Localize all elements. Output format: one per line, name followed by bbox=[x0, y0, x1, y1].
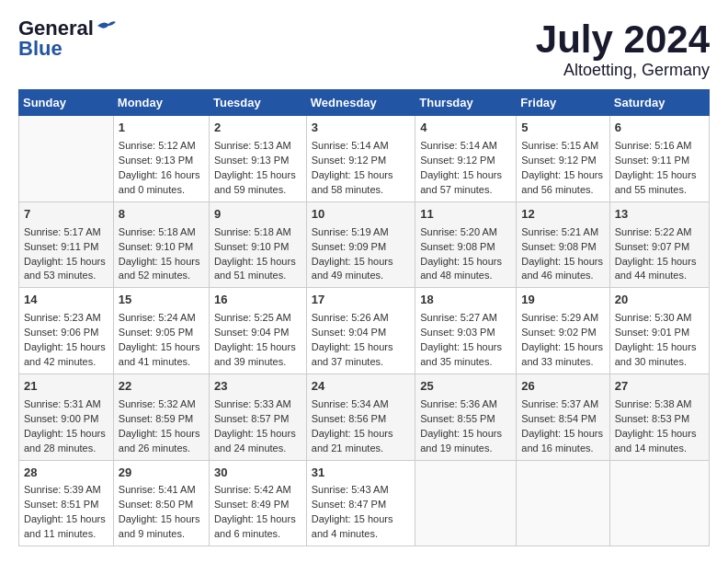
calendar-cell: 26Sunrise: 5:37 AMSunset: 8:54 PMDayligh… bbox=[517, 373, 609, 460]
calendar-cell: 29Sunrise: 5:41 AMSunset: 8:50 PMDayligh… bbox=[113, 460, 209, 546]
day-number: 29 bbox=[119, 465, 204, 482]
calendar-cell: 20Sunrise: 5:30 AMSunset: 9:01 PMDayligh… bbox=[609, 288, 709, 374]
calendar-cell: 19Sunrise: 5:29 AMSunset: 9:02 PMDayligh… bbox=[517, 288, 609, 374]
month-title: July 2024 bbox=[536, 18, 710, 61]
day-number: 31 bbox=[312, 465, 410, 482]
sunset-text: Sunset: 8:59 PM bbox=[119, 412, 204, 427]
header-monday: Monday bbox=[113, 90, 209, 116]
sunrise-text: Sunrise: 5:36 AM bbox=[420, 397, 511, 412]
calendar-cell: 25Sunrise: 5:36 AMSunset: 8:55 PMDayligh… bbox=[415, 373, 517, 460]
daylight-text: Daylight: 15 hours and 42 minutes. bbox=[24, 340, 108, 370]
daylight-text: Daylight: 15 hours and 55 minutes. bbox=[615, 168, 704, 198]
logo-bird-icon bbox=[96, 18, 116, 35]
sunrise-text: Sunrise: 5:19 AM bbox=[312, 225, 410, 240]
day-number: 30 bbox=[214, 465, 301, 482]
daylight-text: Daylight: 15 hours and 28 minutes. bbox=[24, 427, 108, 456]
logo: General Blue bbox=[18, 18, 116, 59]
sunrise-text: Sunrise: 5:13 AM bbox=[214, 139, 301, 154]
sunrise-text: Sunrise: 5:41 AM bbox=[119, 483, 204, 498]
calendar-cell: 3Sunrise: 5:14 AMSunset: 9:12 PMDaylight… bbox=[306, 116, 415, 202]
daylight-text: Daylight: 15 hours and 57 minutes. bbox=[420, 168, 511, 198]
day-number: 28 bbox=[24, 465, 108, 482]
day-number: 27 bbox=[615, 378, 704, 396]
daylight-text: Daylight: 15 hours and 4 minutes. bbox=[312, 512, 410, 542]
sunrise-text: Sunrise: 5:26 AM bbox=[312, 311, 410, 326]
calendar-cell: 10Sunrise: 5:19 AMSunset: 9:09 PMDayligh… bbox=[306, 201, 415, 288]
sunset-text: Sunset: 9:10 PM bbox=[119, 240, 204, 255]
calendar-cell bbox=[609, 460, 709, 546]
daylight-text: Daylight: 15 hours and 24 minutes. bbox=[214, 427, 301, 456]
sunset-text: Sunset: 8:57 PM bbox=[214, 412, 301, 427]
daylight-text: Daylight: 15 hours and 14 minutes. bbox=[615, 427, 704, 456]
calendar-cell: 17Sunrise: 5:26 AMSunset: 9:04 PMDayligh… bbox=[306, 288, 415, 374]
sunset-text: Sunset: 9:04 PM bbox=[214, 326, 301, 340]
calendar-week-row: 14Sunrise: 5:23 AMSunset: 9:06 PMDayligh… bbox=[19, 288, 710, 374]
calendar-cell: 8Sunrise: 5:18 AMSunset: 9:10 PMDaylight… bbox=[113, 201, 209, 288]
day-number: 15 bbox=[119, 292, 204, 309]
day-number: 19 bbox=[521, 292, 604, 309]
daylight-text: Daylight: 15 hours and 16 minutes. bbox=[521, 427, 604, 456]
day-number: 22 bbox=[119, 378, 204, 396]
day-number: 18 bbox=[420, 292, 511, 309]
calendar-cell: 11Sunrise: 5:20 AMSunset: 9:08 PMDayligh… bbox=[415, 201, 517, 288]
day-number: 8 bbox=[119, 206, 204, 224]
sunrise-text: Sunrise: 5:14 AM bbox=[420, 139, 511, 154]
daylight-text: Daylight: 16 hours and 0 minutes. bbox=[119, 168, 204, 198]
daylight-text: Daylight: 15 hours and 11 minutes. bbox=[24, 512, 108, 542]
day-number: 23 bbox=[214, 378, 301, 396]
sunset-text: Sunset: 8:51 PM bbox=[24, 498, 108, 512]
sunset-text: Sunset: 9:05 PM bbox=[119, 326, 204, 340]
daylight-text: Daylight: 15 hours and 56 minutes. bbox=[521, 168, 604, 198]
sunset-text: Sunset: 9:03 PM bbox=[420, 326, 511, 340]
sunset-text: Sunset: 9:11 PM bbox=[615, 154, 704, 168]
sunset-text: Sunset: 9:08 PM bbox=[521, 240, 604, 255]
sunrise-text: Sunrise: 5:34 AM bbox=[312, 397, 410, 412]
day-number: 3 bbox=[312, 120, 410, 137]
day-number: 4 bbox=[420, 120, 511, 137]
sunrise-text: Sunrise: 5:25 AM bbox=[214, 311, 301, 326]
day-number: 9 bbox=[214, 206, 301, 224]
day-number: 12 bbox=[521, 206, 604, 224]
sunrise-text: Sunrise: 5:22 AM bbox=[615, 225, 704, 240]
title-block: July 2024 Altoetting, Germany bbox=[536, 18, 710, 80]
sunrise-text: Sunrise: 5:16 AM bbox=[615, 139, 704, 154]
calendar-cell: 2Sunrise: 5:13 AMSunset: 9:13 PMDaylight… bbox=[209, 116, 306, 202]
sunset-text: Sunset: 9:13 PM bbox=[214, 154, 301, 168]
calendar-week-row: 28Sunrise: 5:39 AMSunset: 8:51 PMDayligh… bbox=[19, 460, 710, 546]
daylight-text: Daylight: 15 hours and 52 minutes. bbox=[119, 255, 204, 284]
calendar-cell: 5Sunrise: 5:15 AMSunset: 9:12 PMDaylight… bbox=[517, 116, 609, 202]
calendar-week-row: 1Sunrise: 5:12 AMSunset: 9:13 PMDaylight… bbox=[19, 116, 710, 202]
page-header: General Blue July 2024 Altoetting, Germa… bbox=[18, 18, 710, 80]
sunrise-text: Sunrise: 5:15 AM bbox=[521, 139, 604, 154]
location-subtitle: Altoetting, Germany bbox=[536, 61, 710, 80]
calendar-cell: 23Sunrise: 5:33 AMSunset: 8:57 PMDayligh… bbox=[209, 373, 306, 460]
sunset-text: Sunset: 8:47 PM bbox=[312, 498, 410, 512]
sunset-text: Sunset: 8:53 PM bbox=[615, 412, 704, 427]
calendar-cell: 22Sunrise: 5:32 AMSunset: 8:59 PMDayligh… bbox=[113, 373, 209, 460]
sunset-text: Sunset: 9:06 PM bbox=[24, 326, 108, 340]
sunrise-text: Sunrise: 5:29 AM bbox=[521, 311, 604, 326]
calendar-cell: 27Sunrise: 5:38 AMSunset: 8:53 PMDayligh… bbox=[609, 373, 709, 460]
header-tuesday: Tuesday bbox=[209, 90, 306, 116]
sunset-text: Sunset: 9:12 PM bbox=[420, 154, 511, 168]
day-number: 10 bbox=[312, 206, 410, 224]
sunset-text: Sunset: 9:04 PM bbox=[312, 326, 410, 340]
sunrise-text: Sunrise: 5:37 AM bbox=[521, 397, 604, 412]
calendar-cell: 12Sunrise: 5:21 AMSunset: 9:08 PMDayligh… bbox=[517, 201, 609, 288]
sunset-text: Sunset: 9:13 PM bbox=[119, 154, 204, 168]
sunset-text: Sunset: 9:08 PM bbox=[420, 240, 511, 255]
calendar-table: SundayMondayTuesdayWednesdayThursdayFrid… bbox=[18, 89, 710, 546]
sunrise-text: Sunrise: 5:24 AM bbox=[119, 311, 204, 326]
sunrise-text: Sunrise: 5:17 AM bbox=[24, 225, 108, 240]
sunset-text: Sunset: 9:02 PM bbox=[521, 326, 604, 340]
sunrise-text: Sunrise: 5:31 AM bbox=[24, 397, 108, 412]
daylight-text: Daylight: 15 hours and 44 minutes. bbox=[615, 255, 704, 284]
calendar-cell: 21Sunrise: 5:31 AMSunset: 9:00 PMDayligh… bbox=[19, 373, 114, 460]
logo-general-text: General bbox=[18, 18, 94, 39]
daylight-text: Daylight: 15 hours and 41 minutes. bbox=[119, 340, 204, 370]
sunset-text: Sunset: 9:01 PM bbox=[615, 326, 704, 340]
sunrise-text: Sunrise: 5:38 AM bbox=[615, 397, 704, 412]
day-number: 5 bbox=[521, 120, 604, 137]
calendar-header-row: SundayMondayTuesdayWednesdayThursdayFrid… bbox=[19, 90, 710, 116]
calendar-cell: 16Sunrise: 5:25 AMSunset: 9:04 PMDayligh… bbox=[209, 288, 306, 374]
